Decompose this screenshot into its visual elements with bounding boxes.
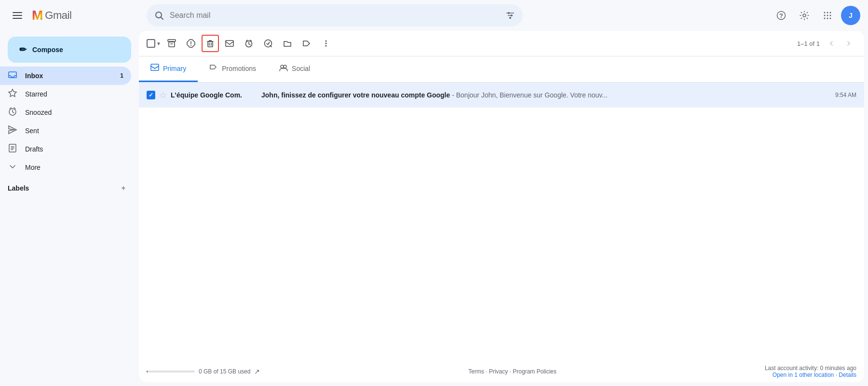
svg-point-28 [190,45,191,46]
svg-rect-30 [226,41,233,46]
svg-rect-29 [208,41,213,47]
main-layout: ✏ Compose Inbox 1 Starred [0,31,868,386]
tab-social[interactable]: Social [268,56,322,82]
sidebar-item-starred-label: Starred [25,90,123,98]
gmail-logo: M Gmail [32,8,71,23]
mark-unread-button[interactable] [221,35,238,52]
storage-bar [147,371,195,372]
svg-point-35 [325,45,326,47]
inbox-icon [8,70,17,82]
svg-point-13 [803,14,806,17]
storage-external-link-icon[interactable]: ↗ [254,368,260,375]
tab-promotions-label: Promotions [222,65,256,72]
star-icon [8,88,17,100]
send-icon [8,125,17,137]
svg-point-37 [281,65,284,68]
svg-point-10 [509,17,511,19]
email-toolbar: ▼ [139,31,864,56]
storage-bar-fill [147,371,148,372]
label-button[interactable] [298,35,315,52]
svg-rect-23 [9,72,16,78]
svg-rect-27 [169,42,175,47]
privacy-link[interactable]: Privacy [489,368,508,375]
svg-rect-26 [168,40,176,41]
settings-button[interactable] [795,6,814,25]
compose-button[interactable]: ✏ Compose [8,37,131,63]
pagination-prev-button[interactable] [824,36,839,51]
svg-rect-2 [13,18,22,19]
report-spam-button[interactable] [182,35,200,52]
sidebar-item-sent-label: Sent [25,127,123,135]
program-policies-link[interactable]: Program Policies [513,368,556,375]
svg-text:?: ? [779,12,783,19]
select-dropdown-arrow[interactable]: ▼ [156,41,161,46]
promotions-tab-icon [209,63,218,74]
svg-point-33 [325,41,326,42]
svg-point-17 [824,15,826,16]
email-sender: L'équipe Google Com. [171,91,258,99]
snooze-button[interactable] [240,35,258,52]
sidebar-item-more[interactable]: More [0,158,131,177]
move-to-button[interactable] [279,35,296,52]
search-input[interactable] [170,11,496,20]
svg-point-20 [824,18,826,19]
sidebar: ✏ Compose Inbox 1 Starred [0,31,139,386]
hamburger-menu-button[interactable] [8,6,27,25]
storage-text: 0 GB of 15 GB used [199,368,250,375]
labels-title: Labels [8,184,29,192]
search-filter-icon[interactable] [505,11,515,20]
social-tab-icon [279,63,288,74]
star-button[interactable]: ☆ [159,90,167,100]
svg-point-16 [830,12,831,14]
svg-point-22 [830,18,831,19]
help-button[interactable]: ? [772,6,791,25]
tab-primary-label: Primary [163,65,186,72]
svg-point-8 [508,12,510,14]
more-actions-button[interactable] [317,35,335,52]
svg-point-15 [827,12,828,14]
pagination-next-button[interactable] [841,36,856,51]
terms-link[interactable]: Terms [468,368,484,375]
email-checkbox[interactable] [147,91,155,99]
sidebar-item-drafts[interactable]: Drafts [0,140,131,158]
sidebar-item-inbox-label: Inbox [25,72,112,80]
delete-button[interactable] [202,35,219,52]
tab-primary[interactable]: Primary [139,56,198,82]
tab-social-label: Social [292,65,310,72]
details-link[interactable]: Details [839,372,856,378]
avatar[interactable]: J [841,6,860,25]
last-activity-text: Last account activity: 0 minutes ago [765,365,856,372]
email-tabs: Primary Promotions Socia [139,56,864,83]
email-preview: - Bonjour John, Bienvenue sur Google. Vo… [452,91,608,99]
gmail-logo-m: M [32,8,43,23]
sidebar-item-snoozed-label: Snoozed [25,109,123,116]
email-time: 9:54 AM [835,92,856,98]
sidebar-item-sent[interactable]: Sent [0,122,131,140]
sidebar-item-snoozed[interactable]: Snoozed [0,103,131,122]
add-task-button[interactable] [259,35,277,52]
select-all-checkbox[interactable] [147,39,155,48]
svg-rect-1 [13,15,22,16]
pagination-text: 1–1 of 1 [797,40,820,47]
labels-section: Labels + [0,177,139,200]
tab-promotions[interactable]: Promotions [198,56,268,82]
apps-button[interactable] [818,6,837,25]
svg-rect-0 [13,12,22,13]
email-subject-preview: John, finissez de configurer votre nouve… [261,91,831,99]
sidebar-item-starred[interactable]: Starred [0,85,131,103]
clock-icon [8,107,17,119]
table-row[interactable]: ☆ L'équipe Google Com. John, finissez de… [139,83,864,108]
open-other-location-link[interactable]: Open in 1 other location [773,372,834,378]
storage-info: 0 GB of 15 GB used ↗ [147,368,260,375]
svg-point-3 [156,12,162,18]
gmail-logo-text: Gmail [45,9,71,22]
email-content-panel: ▼ [139,31,864,382]
sidebar-item-inbox[interactable]: Inbox 1 [0,67,131,85]
svg-point-34 [325,43,326,44]
inbox-count: 1 [120,72,123,79]
svg-point-19 [830,15,831,16]
search-icon [154,11,164,20]
add-label-button[interactable]: + [116,180,131,196]
email-subject: John, finissez de configurer votre nouve… [261,91,450,99]
archive-button[interactable] [163,35,180,52]
